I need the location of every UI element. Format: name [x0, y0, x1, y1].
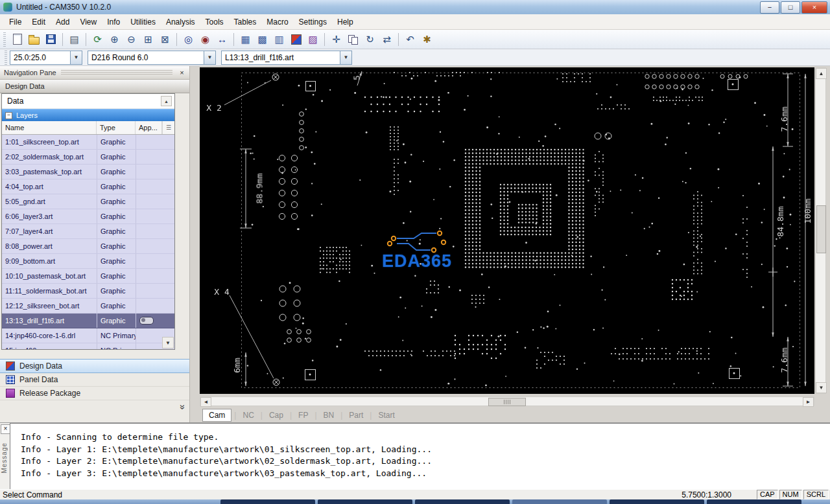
minimize-button[interactable]: −	[760, 1, 779, 14]
tab-fp[interactable]: FP	[292, 409, 314, 421]
layer-row[interactable]: 12:12_silksreen_bot.artGraphic	[2, 299, 174, 314]
menu-item-settings[interactable]: Settings	[294, 15, 332, 29]
table-options-icon[interactable]: ☰	[162, 121, 174, 134]
vertical-scrollbar[interactable]: ▲ ▼	[815, 67, 826, 394]
menu-item-tables[interactable]: Tables	[229, 15, 262, 29]
layer-row[interactable]: 9:09_bottom.artGraphic	[2, 254, 174, 269]
pcb-viewport[interactable]: X 2X 4588.9mm6mm7.6mm84.8mm7.6mm100mmEDA…	[200, 67, 814, 394]
menu-item-add[interactable]: Add	[51, 15, 75, 29]
layer-row[interactable]: 6:06_layer3.artGraphic	[2, 209, 174, 224]
tab-bn[interactable]: BN	[318, 409, 340, 421]
grid-snap-button[interactable]: ▩	[254, 31, 270, 47]
taskbar-button[interactable]	[415, 499, 510, 504]
pane-drag-grip[interactable]	[61, 70, 172, 75]
nav-item-design-data[interactable]: Design Data	[0, 359, 189, 373]
dcode-combo[interactable]: D216 Round 6.0 ▼	[88, 51, 216, 65]
close-pane-icon[interactable]: ×	[177, 68, 187, 78]
chevrons-expand-icon[interactable]: »	[178, 405, 189, 409]
scroll-right-icon[interactable]: ►	[803, 397, 814, 407]
new-file-button[interactable]	[9, 31, 25, 47]
dcode-table-button[interactable]: ▨	[305, 31, 321, 47]
menu-item-utilities[interactable]: Utilities	[125, 15, 161, 29]
zoom-in-button[interactable]: ⊕	[106, 31, 123, 47]
pan-button[interactable]: ✛	[328, 31, 344, 47]
layer-row[interactable]: 3:03_pastemask_top.artGraphic	[2, 165, 174, 179]
layer-row[interactable]: 11:11_soldermask_bot.artGraphic	[2, 284, 174, 299]
query-net-button[interactable]: ◉	[197, 31, 213, 47]
measure-button[interactable]: ↔	[214, 31, 230, 47]
pcb-viewport-canvas[interactable]	[200, 67, 814, 394]
column-header-type[interactable]: Type	[97, 121, 136, 134]
undo-button[interactable]: ↶	[402, 31, 418, 47]
tree-node-data[interactable]: Data ▲	[2, 94, 174, 109]
scroll-up-icon[interactable]: ▲	[816, 68, 827, 79]
menu-item-file[interactable]: File	[4, 15, 27, 29]
layer-row[interactable]: 1:01_silkscreen_top.artGraphic	[2, 135, 174, 150]
menu-item-info[interactable]: Info	[102, 15, 125, 29]
collapse-icon[interactable]: −	[5, 112, 12, 119]
save-file-button[interactable]	[43, 31, 59, 47]
chevron-down-icon[interactable]: ▼	[70, 51, 82, 64]
rotate-button[interactable]: ↻	[362, 31, 378, 47]
settings-button[interactable]: ✱	[419, 31, 435, 47]
query-dcode-button[interactable]: ◎	[180, 31, 196, 47]
chevron-down-icon[interactable]: ▼	[340, 51, 351, 64]
menu-item-view[interactable]: View	[75, 15, 102, 29]
taskbar-button[interactable]	[220, 499, 315, 504]
tree-scroll-down-icon[interactable]: ▼	[162, 337, 174, 349]
copy-button[interactable]	[345, 31, 361, 47]
layer-row[interactable]: 7:07_layer4.artGraphic	[2, 224, 174, 239]
column-header-name[interactable]: Name	[2, 121, 97, 134]
taskbar-button[interactable]	[610, 499, 704, 504]
layer-row[interactable]: 14:jnp460-core-1-6.drlNC Primary	[2, 328, 174, 343]
layers-table-button[interactable]	[288, 31, 304, 47]
tab-nc[interactable]: NC	[237, 409, 259, 421]
menu-item-help[interactable]: Help	[332, 15, 359, 29]
close-message-icon[interactable]: ×	[1, 424, 10, 434]
tree-scroll-up-icon[interactable]: ▲	[161, 96, 172, 106]
tree-node-layers[interactable]: − Layers	[2, 109, 174, 121]
open-file-button[interactable]	[26, 31, 42, 47]
maximize-button[interactable]: □	[781, 1, 800, 14]
layer-row[interactable]: 4:04_top.artGraphic	[2, 179, 174, 194]
tab-cap[interactable]: Cap	[263, 409, 289, 421]
tab-start[interactable]: Start	[372, 409, 400, 421]
menu-item-tools[interactable]: Tools	[200, 15, 229, 29]
zoom-all-button[interactable]: ⊠	[157, 31, 173, 47]
print-button[interactable]: ▤	[66, 31, 82, 47]
grid-dots-button[interactable]: ▦	[237, 31, 254, 47]
layer-toggle-icon[interactable]	[139, 317, 154, 325]
nav-item-release-package[interactable]: Release Package	[0, 387, 189, 400]
tab-cam[interactable]: Cam	[202, 409, 231, 422]
nav-item-panel-data[interactable]: Panel Data	[0, 373, 189, 387]
taskbar-button[interactable]	[707, 499, 801, 504]
mirror-button[interactable]: ⇄	[379, 31, 395, 47]
horizontal-scrollbar[interactable]: ◄ ►	[200, 396, 814, 406]
taskbar-button[interactable]	[512, 499, 607, 504]
layer-row[interactable]: 15:jnp460-core.rouNC Primary	[2, 343, 174, 350]
vertical-scroll-thumb[interactable]	[816, 205, 826, 253]
menu-item-analysis[interactable]: Analysis	[161, 15, 200, 29]
zoom-window-button[interactable]: ⊞	[140, 31, 156, 47]
layer-row[interactable]: 8:08_power.artGraphic	[2, 239, 174, 254]
close-button[interactable]: ×	[801, 1, 827, 14]
layer-row[interactable]: 10:10_pastemask_bot.artGraphic	[2, 269, 174, 284]
menu-bar: FileEditAddViewInfoUtilitiesAnalysisTool…	[0, 14, 830, 30]
tab-part[interactable]: Part	[343, 409, 369, 421]
layer-row[interactable]: 5:05_gnd.artGraphic	[2, 194, 174, 209]
scroll-left-icon[interactable]: ◄	[200, 397, 211, 407]
active-layer-combo[interactable]: L13:13_drill_f1t6.art ▼	[221, 51, 352, 65]
redraw-button[interactable]: ⟳	[89, 31, 106, 47]
column-header-app[interactable]: App...	[136, 121, 162, 134]
taskbar-button[interactable]	[318, 499, 412, 504]
grid-combo[interactable]: 25.0:25.0 ▼	[10, 51, 82, 65]
layer-row[interactable]: 2:02_soldermask_top.artGraphic	[2, 150, 174, 165]
horizontal-scroll-thumb[interactable]	[488, 398, 526, 406]
menu-item-macro[interactable]: Macro	[261, 15, 293, 29]
menu-item-edit[interactable]: Edit	[27, 15, 51, 29]
scroll-down-icon[interactable]: ▼	[816, 382, 827, 393]
layer-row[interactable]: 13:13_drill_f1t6.artGraphic	[2, 314, 174, 328]
chevron-down-icon[interactable]: ▼	[204, 51, 215, 64]
zoom-out-button[interactable]: ⊖	[123, 31, 139, 47]
grid-axis-button[interactable]: ▥	[271, 31, 287, 47]
